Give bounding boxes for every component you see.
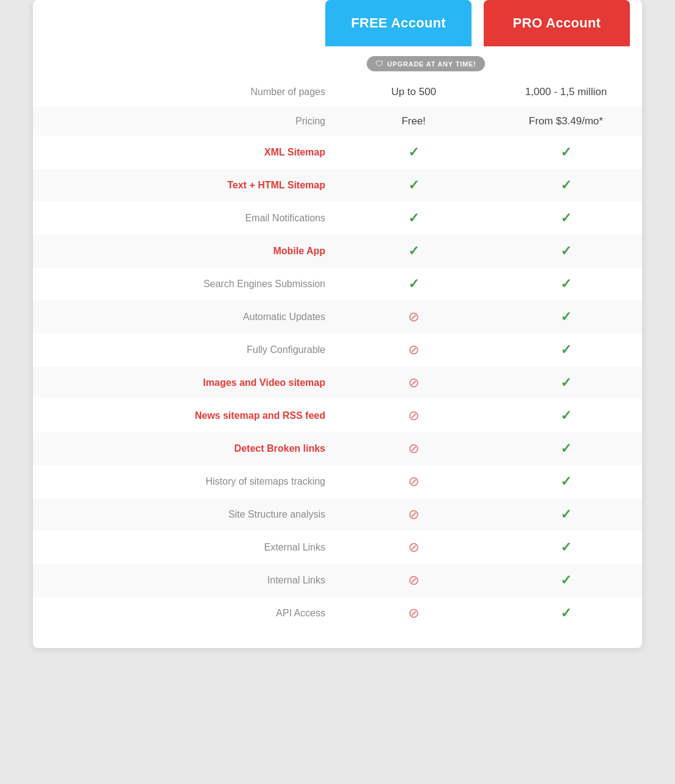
free-account-header[interactable]: FREE Account <box>325 0 472 46</box>
check-icon <box>408 243 419 258</box>
pro-value <box>490 235 642 268</box>
dash-icon <box>408 309 419 324</box>
pro-value <box>490 366 642 399</box>
check-icon <box>408 210 419 226</box>
table-row: External Links <box>33 531 642 564</box>
feature-label: Internal Links <box>33 564 338 597</box>
dash-icon <box>408 342 419 357</box>
upgrade-row: 🛡 UPGRADE AT ANY TIME! <box>210 46 642 77</box>
dash-icon <box>408 474 419 489</box>
upgrade-badge-text: UPGRADE AT ANY TIME! <box>387 60 476 68</box>
pro-value <box>490 333 642 366</box>
check-icon <box>560 605 571 621</box>
check-icon <box>560 243 571 258</box>
free-value <box>338 432 490 465</box>
feature-label: Fully Configurable <box>33 333 338 366</box>
pricing-card: FREE Account PRO Account 🛡 UPGRADE AT AN… <box>33 0 642 648</box>
feature-label: API Access <box>33 597 338 630</box>
table-row: Mobile App <box>33 235 642 268</box>
check-icon <box>560 441 571 456</box>
table-row: Images and Video sitemap <box>33 366 642 399</box>
dash-icon <box>408 605 419 621</box>
check-icon <box>408 177 419 193</box>
free-value <box>338 136 490 169</box>
pro-value: 1,000 - 1,5 million <box>490 77 642 107</box>
feature-label: Detect Broken links <box>33 432 338 465</box>
feature-label: Site Structure analysis <box>33 498 338 531</box>
check-icon <box>560 342 571 357</box>
free-value <box>338 465 490 498</box>
pro-value <box>490 432 642 465</box>
pro-value <box>490 301 642 333</box>
check-icon <box>560 507 571 522</box>
dash-icon <box>408 540 419 555</box>
feature-label: Images and Video sitemap <box>33 366 338 399</box>
pro-value <box>490 564 642 597</box>
table-row: Number of pagesUp to 5001,000 - 1,5 mill… <box>33 77 642 107</box>
table-row: Text + HTML Sitemap <box>33 169 642 202</box>
free-value <box>338 301 490 333</box>
check-icon <box>560 177 571 193</box>
table-row: History of sitemaps tracking <box>33 465 642 498</box>
check-icon <box>560 408 571 423</box>
table-row: PricingFree!From $3.49/mo* <box>33 107 642 136</box>
feature-label: Email Notifications <box>33 202 338 235</box>
pro-value <box>490 597 642 630</box>
dash-icon <box>408 441 419 456</box>
pro-value <box>490 202 642 235</box>
pro-value: From $3.49/mo* <box>490 107 642 136</box>
pro-value <box>490 268 642 301</box>
table-row: Automatic Updates <box>33 301 642 333</box>
check-icon <box>560 276 571 291</box>
table-row: Email Notifications <box>33 202 642 235</box>
check-icon <box>560 375 571 390</box>
feature-label: External Links <box>33 531 338 564</box>
pro-value <box>490 136 642 169</box>
table-row: News sitemap and RSS feed <box>33 399 642 432</box>
free-value: Up to 500 <box>338 77 490 107</box>
free-value <box>338 366 490 399</box>
feature-label: Text + HTML Sitemap <box>33 169 338 202</box>
header-row: FREE Account PRO Account <box>33 0 642 46</box>
pro-account-label: PRO Account <box>513 15 601 31</box>
feature-label: Search Engines Submission <box>33 268 338 301</box>
check-icon <box>560 474 571 489</box>
pro-value <box>490 169 642 202</box>
dash-icon <box>408 408 419 423</box>
dash-icon <box>408 572 419 588</box>
check-icon <box>408 276 419 291</box>
shield-icon: 🛡 <box>375 59 383 68</box>
table-row: XML Sitemap <box>33 136 642 169</box>
feature-label: News sitemap and RSS feed <box>33 399 338 432</box>
pro-account-header[interactable]: PRO Account <box>484 0 630 46</box>
free-value <box>338 268 490 301</box>
free-value: Free! <box>338 107 490 136</box>
pro-value <box>490 531 642 564</box>
pricing-table: Number of pagesUp to 5001,000 - 1,5 mill… <box>33 77 642 630</box>
check-icon <box>560 210 571 226</box>
check-icon <box>560 309 571 324</box>
table-row: Search Engines Submission <box>33 268 642 301</box>
dash-icon <box>408 507 419 522</box>
table-row: Site Structure analysis <box>33 498 642 531</box>
free-value <box>338 564 490 597</box>
free-value <box>338 531 490 564</box>
pro-value <box>490 498 642 531</box>
table-row: Detect Broken links <box>33 432 642 465</box>
free-account-label: FREE Account <box>351 15 446 31</box>
free-value <box>338 399 490 432</box>
feature-label: Pricing <box>33 107 338 136</box>
free-value <box>338 169 490 202</box>
feature-label: Automatic Updates <box>33 301 338 333</box>
free-value <box>338 202 490 235</box>
table-row: Internal Links <box>33 564 642 597</box>
check-icon <box>560 540 571 555</box>
table-row: API Access <box>33 597 642 630</box>
feature-label: Number of pages <box>33 77 338 107</box>
pro-value <box>490 465 642 498</box>
pro-value <box>490 399 642 432</box>
check-icon <box>408 144 419 160</box>
upgrade-badge[interactable]: 🛡 UPGRADE AT ANY TIME! <box>367 56 484 71</box>
feature-label: Mobile App <box>33 235 338 268</box>
feature-label: XML Sitemap <box>33 136 338 169</box>
